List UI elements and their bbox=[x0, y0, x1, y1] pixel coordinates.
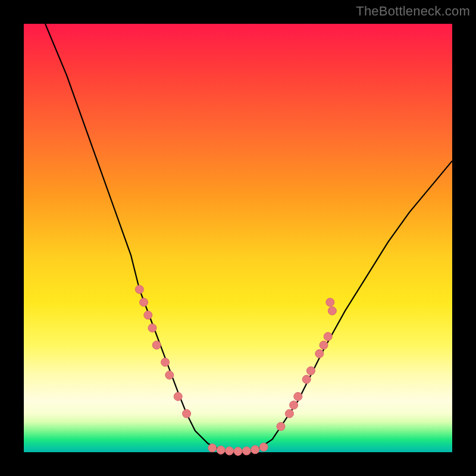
watermark-text: TheBottleneck.com bbox=[356, 4, 470, 19]
data-point bbox=[208, 444, 217, 452]
scatter-markers bbox=[135, 285, 336, 455]
data-point bbox=[135, 285, 143, 293]
data-point bbox=[217, 446, 225, 454]
data-point bbox=[234, 447, 242, 456]
data-point bbox=[302, 375, 311, 384]
data-point bbox=[165, 371, 174, 379]
data-point bbox=[183, 409, 191, 418]
data-point bbox=[324, 333, 332, 341]
data-point bbox=[294, 392, 302, 400]
data-point bbox=[315, 349, 324, 358]
data-point bbox=[326, 298, 334, 306]
data-point bbox=[259, 443, 268, 451]
data-point bbox=[328, 306, 336, 315]
data-point bbox=[251, 446, 259, 454]
data-point bbox=[242, 447, 250, 455]
plot-area bbox=[24, 24, 452, 452]
chart-svg bbox=[24, 24, 452, 452]
data-point bbox=[306, 367, 315, 375]
data-point bbox=[161, 358, 170, 367]
data-point bbox=[152, 341, 161, 349]
bottleneck-curve-path bbox=[45, 24, 452, 452]
data-point bbox=[226, 447, 234, 455]
data-point bbox=[174, 392, 182, 400]
chart-frame: TheBottleneck.com bbox=[0, 0, 476, 476]
data-point bbox=[144, 311, 152, 320]
data-point bbox=[277, 422, 285, 431]
data-point bbox=[320, 341, 328, 349]
data-point bbox=[285, 409, 293, 418]
data-point bbox=[290, 401, 298, 409]
data-point bbox=[148, 324, 156, 332]
data-point bbox=[140, 298, 148, 306]
v-curve bbox=[45, 24, 452, 452]
